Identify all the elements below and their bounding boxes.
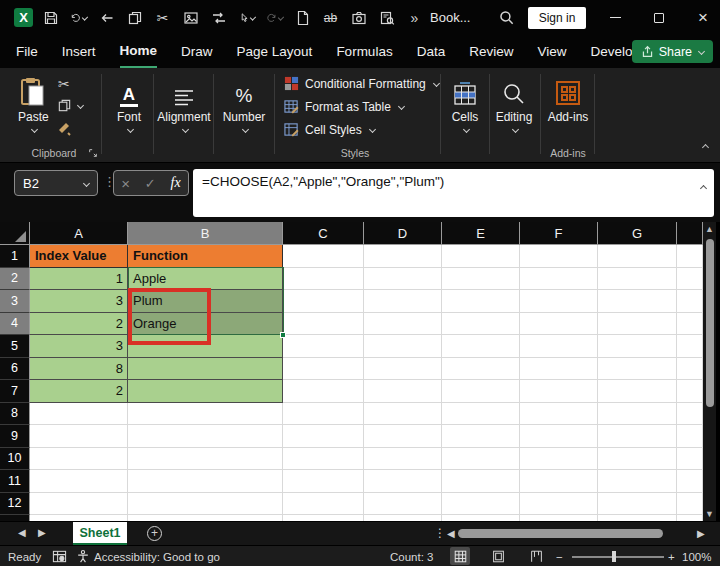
zoom-slider-track[interactable] xyxy=(572,556,664,558)
tab-file[interactable]: File xyxy=(16,37,38,67)
conditional-formatting-button[interactable]: Conditional Formatting xyxy=(284,76,439,91)
new-document-icon[interactable] xyxy=(294,9,311,26)
row-header-10[interactable]: 10 xyxy=(0,448,30,471)
sign-in-button[interactable]: Sign in xyxy=(528,7,586,29)
hscroll-right-icon[interactable]: ▶ xyxy=(697,528,705,539)
tab-page-layout[interactable]: Page Layout xyxy=(237,37,313,67)
formula-input[interactable]: =CHOOSE(A2,"Apple","Orange","Plum") xyxy=(193,169,714,217)
paste-button[interactable]: Paste xyxy=(18,73,49,132)
find-replace-icon[interactable] xyxy=(210,9,227,26)
column-header-c[interactable]: C xyxy=(283,222,364,245)
cell-A5[interactable]: 3 xyxy=(30,335,128,358)
zoom-out-button[interactable]: − xyxy=(556,546,563,566)
tab-draw[interactable]: Draw xyxy=(181,37,213,67)
format-painter-button[interactable] xyxy=(57,121,73,137)
row-header-12[interactable]: 12 xyxy=(0,493,30,516)
row-header-2[interactable]: 2 xyxy=(0,268,30,291)
cell-A7[interactable]: 2 xyxy=(30,380,128,403)
normal-view-button[interactable] xyxy=(450,547,470,565)
cell-A2[interactable]: 1 xyxy=(30,268,128,291)
horizontal-scrollbar-thumb[interactable] xyxy=(458,529,663,538)
back-icon[interactable] xyxy=(98,9,115,26)
select-all-button[interactable] xyxy=(0,222,30,245)
number-group-button[interactable]: % Number xyxy=(217,73,271,132)
row-header-7[interactable]: 7 xyxy=(0,380,30,403)
cell-A1[interactable]: Index Value xyxy=(30,245,128,268)
touch-mode-chevron-icon[interactable] xyxy=(250,14,256,20)
zoom-slider-thumb[interactable] xyxy=(612,551,616,562)
accessibility-icon[interactable] xyxy=(76,546,90,566)
zoom-in-button[interactable]: + xyxy=(668,546,675,566)
row-header-9[interactable]: 9 xyxy=(0,425,30,448)
tab-home[interactable]: Home xyxy=(120,36,158,68)
cell-A3[interactable]: 3 xyxy=(30,290,128,313)
cell-B1[interactable]: Function xyxy=(128,245,283,268)
camera-icon[interactable] xyxy=(350,9,367,26)
search-icon[interactable] xyxy=(498,9,515,26)
cell-F1[interactable] xyxy=(520,245,598,268)
scroll-up-icon[interactable]: ▲ xyxy=(705,224,714,234)
cell-C1[interactable] xyxy=(283,245,364,268)
confirm-entry-icon[interactable]: ✓ xyxy=(145,176,156,191)
undo-dropdown-chevron-icon[interactable] xyxy=(82,14,88,20)
scroll-down-icon[interactable]: ▼ xyxy=(705,509,714,519)
lookup-book-icon[interactable] xyxy=(378,9,395,26)
row-header-8[interactable]: 8 xyxy=(0,403,30,426)
previous-sheet-icon[interactable]: ◀ xyxy=(18,527,26,538)
cancel-entry-icon[interactable]: × xyxy=(121,175,130,192)
more-commands-icon[interactable]: » xyxy=(406,9,423,26)
cell-G1[interactable] xyxy=(598,245,677,268)
row-header-6[interactable]: 6 xyxy=(0,358,30,381)
share-button[interactable]: Share xyxy=(632,40,713,63)
cut-button[interactable]: ✂ xyxy=(58,76,70,92)
tab-data[interactable]: Data xyxy=(417,37,446,67)
row-header-3[interactable]: 3 xyxy=(0,290,30,313)
copy-icon[interactable] xyxy=(126,9,143,26)
cell-B6[interactable] xyxy=(128,358,283,381)
column-header-d[interactable]: D xyxy=(364,222,442,245)
tab-view[interactable]: View xyxy=(537,37,566,67)
column-header-f[interactable]: F xyxy=(520,222,598,245)
row-header-11[interactable]: 11 xyxy=(0,470,30,493)
strikethrough-icon[interactable]: ab xyxy=(322,9,339,26)
cell-D1[interactable] xyxy=(364,245,442,268)
cell-A4[interactable]: 2 xyxy=(30,313,128,336)
insert-picture-icon[interactable] xyxy=(182,9,199,26)
save-icon[interactable] xyxy=(42,9,59,26)
vertical-scrollbar-thumb[interactable] xyxy=(706,239,714,407)
undo-icon[interactable] xyxy=(70,9,87,26)
column-header-a[interactable]: A xyxy=(30,222,128,245)
fill-handle[interactable] xyxy=(280,332,286,338)
insert-function-icon[interactable]: fx xyxy=(171,175,181,191)
cut-icon[interactable]: ✂ xyxy=(154,9,171,26)
page-break-view-button[interactable] xyxy=(526,547,546,565)
column-header-e[interactable]: E xyxy=(442,222,520,245)
maximize-button[interactable] xyxy=(642,0,676,35)
editing-group-button[interactable]: Editing xyxy=(491,73,537,132)
column-header-b[interactable]: B xyxy=(128,222,283,245)
excel-logo-icon[interactable]: X xyxy=(14,8,33,27)
tab-formulas[interactable]: Formulas xyxy=(336,37,392,67)
close-button[interactable]: × xyxy=(686,0,720,35)
vertical-scrollbar[interactable]: ▲ ▼ xyxy=(703,222,716,521)
clipboard-dialog-launcher-icon[interactable] xyxy=(88,148,98,158)
sheet-tab-sheet1[interactable]: Sheet1 xyxy=(73,522,127,545)
next-sheet-icon[interactable]: ▶ xyxy=(38,527,46,538)
row-header-4[interactable]: 4 xyxy=(0,313,30,336)
minimize-button[interactable] xyxy=(598,0,632,35)
new-sheet-button[interactable]: + xyxy=(147,526,162,541)
touch-mode-icon[interactable] xyxy=(238,9,255,26)
row-header-5[interactable]: 5 xyxy=(0,335,30,358)
font-group-button[interactable]: A Font xyxy=(107,73,151,132)
macro-record-icon[interactable] xyxy=(52,546,67,566)
cell-B2-active[interactable]: Apple xyxy=(128,268,283,291)
collapse-ribbon-button[interactable] xyxy=(701,136,708,154)
cell-E1[interactable] xyxy=(442,245,520,268)
cell-A6[interactable]: 8 xyxy=(30,358,128,381)
zoom-level[interactable]: 100% xyxy=(682,546,711,566)
alignment-group-button[interactable]: Alignment xyxy=(156,73,212,132)
page-layout-view-button[interactable] xyxy=(488,547,508,565)
row-header-1[interactable]: 1 xyxy=(0,245,30,268)
accessibility-status[interactable]: Accessibility: Good to go xyxy=(94,546,220,566)
hscroll-left-icon[interactable]: ◀ xyxy=(447,528,455,539)
